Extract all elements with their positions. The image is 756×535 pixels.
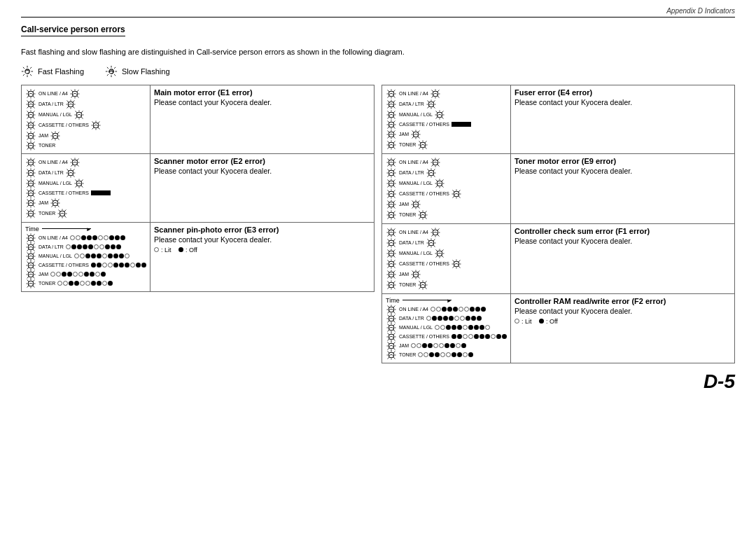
indicator-label: CASSETTE / OTHERS <box>38 263 89 268</box>
indicator-icon <box>386 158 397 167</box>
svg-line-340 <box>393 130 396 132</box>
dot <box>429 352 434 357</box>
svg-line-350 <box>412 136 414 138</box>
indicator-icon <box>386 228 397 237</box>
indicator-label: MANUAL / LGL <box>399 181 433 186</box>
error-desc: Please contact your Kyocera dealer. <box>154 167 370 175</box>
indicator-label: MANUAL / LGL <box>399 112 433 117</box>
svg-line-575 <box>388 286 390 289</box>
dot <box>104 235 108 240</box>
indicator-row: ON LINE / A4 <box>25 234 146 242</box>
svg-line-320 <box>435 111 438 113</box>
svg-line-566 <box>412 276 414 278</box>
svg-line-312 <box>393 116 396 118</box>
dot <box>479 334 484 339</box>
svg-line-278 <box>388 95 390 97</box>
indicator-label: ON LINE / A4 <box>399 307 428 312</box>
intro-text: Fast flashing and slow flashing are dist… <box>21 46 735 58</box>
dot <box>471 316 476 321</box>
svg-line-105 <box>57 137 59 139</box>
svg-line-98 <box>27 137 29 139</box>
dot <box>468 325 473 330</box>
dot <box>463 352 468 357</box>
svg-line-314 <box>388 116 390 118</box>
dot <box>102 281 107 286</box>
svg-line-232 <box>33 243 35 245</box>
svg-line-178 <box>33 189 35 191</box>
indicator-label: DATA / LTR <box>399 170 424 175</box>
svg-line-358 <box>393 141 396 143</box>
dot <box>67 272 72 277</box>
dot <box>447 307 452 312</box>
svg-line-491 <box>432 228 434 230</box>
svg-line-170 <box>75 185 77 187</box>
dot <box>81 235 86 240</box>
svg-line-221 <box>27 234 29 236</box>
svg-line-411 <box>393 185 396 187</box>
svg-line-548 <box>452 265 454 268</box>
svg-line-404 <box>427 174 429 176</box>
dot <box>435 352 440 357</box>
indicator-label: TONER <box>38 143 55 148</box>
indicator-icon <box>386 200 397 209</box>
svg-line-114 <box>33 147 35 149</box>
svg-line-248 <box>27 261 29 263</box>
dot <box>502 334 507 339</box>
dot-sequence <box>430 307 486 312</box>
dot <box>457 325 462 330</box>
svg-line-206 <box>27 215 29 217</box>
indicator-icon <box>386 120 397 129</box>
indicator-row: JAM <box>25 131 146 141</box>
dot <box>426 316 431 321</box>
svg-line-141 <box>33 174 35 176</box>
indicator-row: MANUAL / LGL <box>386 179 507 188</box>
svg-line-494 <box>432 234 434 236</box>
svg-line-402 <box>433 174 435 176</box>
indicator-label: CASSETTE / OTHERS <box>399 334 449 339</box>
svg-line-413 <box>388 185 390 187</box>
svg-line-61 <box>33 111 35 113</box>
svg-line-557 <box>388 276 390 278</box>
dot <box>491 334 496 339</box>
svg-line-348 <box>418 136 420 138</box>
svg-line-385 <box>438 158 440 160</box>
svg-line-124 <box>33 158 35 160</box>
indicator-row: DATA / LTR <box>25 99 146 109</box>
svg-line-447 <box>393 206 396 208</box>
indicator-row: MANUAL / LGL <box>25 252 146 260</box>
indicator-icon <box>25 158 36 167</box>
svg-line-223 <box>33 234 35 236</box>
dot <box>432 316 437 321</box>
dot <box>91 263 96 268</box>
indicator-icon <box>386 281 397 289</box>
svg-line-16 <box>114 67 115 68</box>
svg-line-485 <box>388 234 390 236</box>
svg-line-239 <box>27 252 29 254</box>
svg-line-8 <box>23 74 24 76</box>
left-column: ON LINE / A4 DATA / LTR <box>21 85 374 363</box>
svg-line-322 <box>442 111 444 113</box>
svg-line-356 <box>388 141 390 143</box>
svg-line-474 <box>425 216 427 218</box>
svg-line-554 <box>388 270 390 272</box>
off-dot <box>539 319 544 324</box>
svg-line-196 <box>57 199 59 201</box>
dot <box>73 272 78 277</box>
indicator-label: JAM <box>38 200 48 205</box>
indicator-icon <box>386 249 397 258</box>
svg-line-123 <box>33 164 35 166</box>
svg-line-151 <box>73 169 75 171</box>
svg-line-277 <box>393 90 396 92</box>
svg-line-367 <box>425 141 427 143</box>
dot <box>102 253 107 258</box>
svg-line-133 <box>77 158 79 160</box>
svg-line-637 <box>393 351 396 353</box>
svg-line-546 <box>458 265 461 268</box>
dot <box>88 244 93 249</box>
svg-line-43 <box>33 100 35 102</box>
indicator-icon <box>25 189 36 197</box>
svg-line-330 <box>393 126 396 128</box>
dot-sequence <box>426 316 482 321</box>
indicator-label: TONER <box>38 211 55 216</box>
right-column: ON LINE / A4 DATA / LTR <box>382 85 735 363</box>
